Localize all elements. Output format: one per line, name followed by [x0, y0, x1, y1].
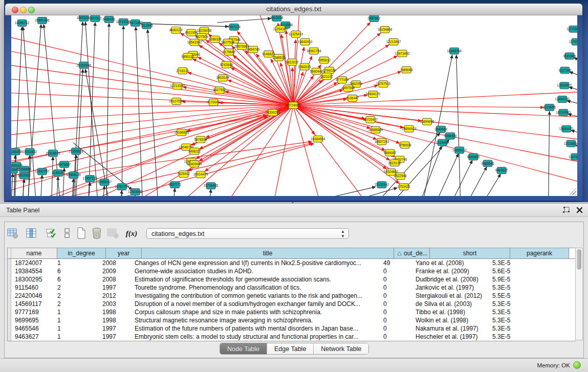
cell-in_degree[interactable]: 6	[54, 275, 99, 283]
graph-node[interactable]: 8186328	[209, 36, 222, 42]
graph-node[interactable]: 12923446	[128, 189, 143, 195]
graph-node[interactable]: 8454749	[247, 46, 259, 53]
column-header-in_degree[interactable]: in_degree	[57, 248, 106, 258]
graph-node[interactable]: 9699695	[467, 154, 480, 160]
cell-short[interactable]: Dudbridge et al. (2008)	[412, 275, 489, 283]
cell-short[interactable]: Tibbo et al. (1998)	[412, 308, 489, 316]
window-titlebar[interactable]: citations_edges.txt	[5, 4, 582, 15]
graph-node[interactable]: 15716485	[204, 183, 219, 189]
graph-node[interactable]: 8215955	[543, 104, 556, 111]
cell-out_de[interactable]: 0	[380, 275, 412, 283]
cell-short[interactable]: Yano et al. (2008)	[412, 259, 489, 267]
tab-network-table[interactable]: Network Table	[314, 343, 368, 354]
cell-short[interactable]: Jankovic et al. (1997)	[412, 283, 489, 292]
graph-node[interactable]: 8813054	[270, 15, 283, 21]
cell-pagerank[interactable]: 5.9E-5	[489, 275, 544, 283]
cell-out_de[interactable]: 0	[380, 333, 412, 341]
select-columns-icon[interactable]	[45, 227, 57, 239]
cell-pagerank[interactable]: 5.5E-5	[489, 292, 544, 300]
cell-title[interactable]: Genome-wide association studies in ADHD.	[131, 267, 380, 275]
graph-node[interactable]: 7485063	[400, 67, 413, 73]
new-table-icon[interactable]	[75, 227, 88, 239]
cell-title[interactable]: Estimation of the future numbers of pati…	[131, 324, 380, 333]
graph-node[interactable]: 11325419	[289, 31, 303, 37]
graph-node[interactable]: 7957224	[228, 24, 241, 30]
graph-node[interactable]: 10688609	[368, 126, 383, 133]
graph-node[interactable]: 19654923	[402, 125, 417, 132]
graph-node[interactable]: 17016504	[564, 140, 577, 147]
graph-node[interactable]: 1498222	[188, 148, 201, 155]
cell-pagerank[interactable]: 5.6E-5	[489, 267, 544, 275]
graph-node[interactable]: 10543382	[187, 39, 202, 46]
graph-node[interactable]: 1145194	[52, 170, 64, 177]
graph-node[interactable]: 2136447	[346, 95, 359, 102]
cell-name[interactable]: 9699695	[11, 316, 54, 324]
graph-node[interactable]: 16154808	[378, 26, 393, 33]
function-builder-icon[interactable]: f(x)	[125, 227, 138, 239]
table-selector-dropdown[interactable]: citations_edges.txt ▲▼	[146, 228, 349, 239]
graph-node[interactable]: 1588520	[272, 54, 285, 61]
cell-out_de[interactable]: 0	[380, 267, 412, 275]
cell-short[interactable]: Nakamura et al. (1997)	[412, 324, 489, 333]
graph-node[interactable]: 19152832	[23, 148, 37, 155]
table-row[interactable]: 2242004622012Investigating the contribut…	[8, 292, 576, 300]
table-vertical-scrollbar[interactable]	[575, 248, 583, 340]
graph-node[interactable]: 9227349	[558, 67, 571, 74]
table-row[interactable]: 1938455462009Genome-wide association stu…	[8, 267, 576, 275]
graph-node[interactable]: 11675300	[569, 154, 577, 160]
cell-title[interactable]: Embryonic stem cells: a model to study s…	[131, 333, 380, 341]
graph-node[interactable]: 20206576	[46, 150, 60, 157]
graph-node[interactable]: 20891406	[35, 17, 50, 24]
cell-title[interactable]: Estimation of significance thresholds fo…	[131, 275, 380, 283]
graph-node[interactable]: 1640954	[434, 126, 447, 133]
cell-title[interactable]: Corpus callosum shape and size in male p…	[131, 308, 380, 316]
graph-node[interactable]: 11254349	[273, 26, 288, 32]
cell-year[interactable]: 1997	[99, 333, 131, 341]
graph-node[interactable]: 5878334	[194, 136, 207, 143]
graph-node[interactable]: 9890112	[182, 53, 194, 60]
graph-node[interactable]: 7955812	[318, 57, 331, 63]
memory-ok-indicator-icon[interactable]	[573, 361, 581, 369]
graph-node[interactable]: 16648784	[447, 48, 462, 54]
graph-node[interactable]: 14569117	[452, 147, 467, 154]
graph-node[interactable]: 6794028	[323, 67, 336, 74]
graph-node[interactable]: 9777169	[336, 77, 349, 83]
column-header-short[interactable]: short	[430, 248, 510, 258]
cell-pagerank[interactable]: 5.3E-5	[489, 324, 544, 333]
float-panel-icon[interactable]	[562, 206, 570, 214]
graph-node[interactable]: 14055712	[15, 19, 30, 26]
graph-node[interactable]: 25260559	[11, 148, 23, 155]
row-height-icon[interactable]	[61, 227, 73, 239]
cell-pagerank[interactable]: 5.3E-5	[489, 259, 544, 267]
graph-node[interactable]: 4170043	[207, 99, 220, 106]
graph-node[interactable]: 16961758	[307, 48, 321, 54]
cell-in_degree[interactable]: 2	[54, 283, 99, 292]
table-row[interactable]: 946362711997Embryonic stem cells: a mode…	[8, 333, 576, 341]
cell-in_degree[interactable]: 1	[54, 316, 99, 324]
column-header-year[interactable]: year	[106, 248, 142, 258]
cell-short[interactable]: Hescheler et al. (1997)	[412, 333, 489, 341]
cell-year[interactable]: 1998	[99, 308, 131, 316]
cell-pagerank[interactable]: 5.3E-5	[489, 300, 544, 308]
graph-node[interactable]: 2522546	[394, 173, 407, 180]
graph-node[interactable]: 18757515	[376, 81, 391, 87]
graph-node[interactable]: 18226058	[197, 27, 212, 34]
graph-node[interactable]: 9529966	[563, 53, 576, 59]
cell-out_de[interactable]: 0	[380, 283, 412, 292]
citation-graph[interactable]: 1405571220891406106532871527602646616110…	[11, 15, 577, 196]
graph-node[interactable]: 16210643	[556, 109, 571, 116]
table-row[interactable]: 1456911722003Disruption of a novel membe…	[8, 300, 576, 308]
column-header-title[interactable]: title	[142, 248, 394, 258]
cell-short[interactable]: Franke et al. (2009)	[412, 267, 489, 275]
cell-title[interactable]: Structural magnetic resonance image aver…	[131, 316, 380, 324]
graph-node[interactable]: 7625402	[177, 171, 190, 178]
node-table[interactable]: namein_degreeyeartitleout_de...shortpage…	[7, 248, 576, 341]
cell-in_degree[interactable]: 1	[54, 259, 99, 267]
graph-node[interactable]: 2718120	[176, 68, 189, 74]
cell-pagerank[interactable]: 5.3E-5	[489, 316, 544, 324]
graph-node[interactable]: 12409949	[187, 161, 202, 167]
cell-name[interactable]: 14569117	[11, 300, 54, 308]
graph-node[interactable]: 9463627	[495, 167, 508, 174]
graph-node[interactable]: 9242848	[220, 61, 233, 68]
graph-node[interactable]: 13505135	[66, 172, 81, 179]
